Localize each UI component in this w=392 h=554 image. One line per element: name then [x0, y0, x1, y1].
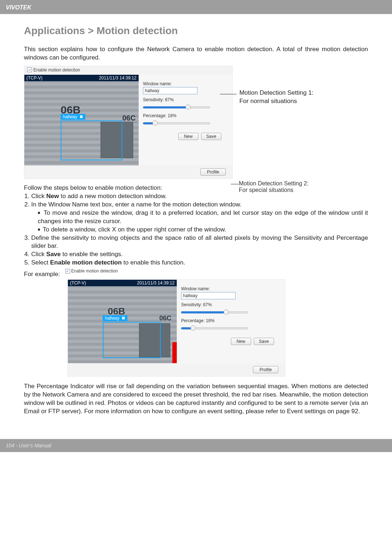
page-title: Applications > Motion detection [24, 25, 368, 37]
slider-thumb[interactable] [224, 309, 229, 315]
slider-thumb[interactable] [152, 120, 158, 126]
page-footer: 104 - User's Manual [0, 439, 392, 452]
video-timestamp: 2011/11/3 14:39:12 [137, 280, 175, 286]
motion-window-label-bar[interactable]: hallway ✖ [61, 114, 85, 120]
step-text: to enable the settings. [61, 251, 123, 258]
follow-steps-intro: Follow the steps below to enable motion … [24, 184, 368, 192]
callout-leader-line [220, 94, 237, 94]
profile-row: Profile [24, 165, 232, 178]
enable-motion-label: Enable motion detection [33, 67, 80, 73]
slider-fill [143, 106, 188, 108]
callout-setting-1: Motion Detection Setting 1: For normal s… [239, 89, 313, 106]
motion-controls-panel: Window name: Sensitivity: 67% Percentage… [139, 75, 232, 165]
screenshot-row-1: ✓ Enable motion detection (TCP-V) 2011/1… [24, 66, 368, 181]
window-name-label: Window name: [181, 286, 281, 291]
profile-button[interactable]: Profile [200, 168, 226, 176]
screenshot-body: (TCP-V) 2011/11/3 14:39:12 06B 06C hallw… [24, 75, 232, 165]
percentage-label: Percentage: 18% [143, 113, 228, 118]
video-preview: (TCP-V) 2011/11/3 14:39:12 06B 06C hallw… [68, 280, 177, 363]
video-timestamp: 2011/11/3 14:39:12 [99, 75, 136, 81]
percentage-slider[interactable] [143, 120, 210, 126]
intro-paragraph: This section explains how to configure t… [24, 45, 368, 62]
steps-list: Click New to add a new motion detection … [24, 192, 368, 267]
motion-detection-screenshot-1: ✓ Enable motion detection (TCP-V) 2011/1… [24, 66, 233, 179]
callout-2-line2: For special situations [239, 187, 293, 193]
motion-window-name: hallway [105, 316, 119, 321]
profile-button[interactable]: Profile [253, 366, 278, 373]
enable-motion-row: ✓ Enable motion detection [24, 66, 232, 75]
footer-text: 104 - User's Manual [6, 443, 51, 448]
close-icon[interactable]: ✖ [122, 316, 125, 321]
motion-detection-screenshot-2: (TCP-V) 2011/11/3 14:39:12 06B 06C hallw… [68, 279, 285, 377]
slider-thumb[interactable] [191, 325, 196, 331]
sensitivity-slider[interactable] [143, 104, 210, 110]
new-button[interactable]: New [231, 338, 251, 345]
step-text: to add a new motion detection window. [59, 193, 167, 200]
slider-fill [181, 311, 226, 313]
step-text: Select [31, 259, 50, 266]
bottom-paragraph: The Percentage Indicator will rise or fa… [24, 382, 368, 416]
video-stream-label: (TCP-V) [26, 75, 42, 81]
sensitivity-slider[interactable] [181, 309, 248, 315]
brand-label: VIVOTEK [6, 4, 31, 11]
example-row: For example: ✓ Enable motion detection [24, 268, 368, 278]
callout-2-line1: Motion Detection Setting 2: [239, 180, 309, 186]
page-body: Applications > Motion detection This sec… [0, 14, 392, 430]
step-2-sublist: To move and resize the window, drag it t… [31, 209, 368, 234]
video-stream-label: (TCP-V) [70, 280, 86, 286]
sensitivity-label: Sensitivity: 67% [181, 302, 281, 307]
percentage-label: Percentage: 18% [181, 318, 281, 323]
for-example-label: For example: [24, 271, 60, 278]
step-1: Click New to add a new motion detection … [31, 192, 368, 201]
callout-leader-line [231, 184, 239, 184]
slider-thumb[interactable] [185, 104, 191, 110]
screenshot-body: (TCP-V) 2011/11/3 14:39:12 06B 06C hallw… [68, 280, 285, 363]
enable-motion-row-2: ✓ Enable motion detection [65, 268, 118, 274]
percentage-indicator-bar [172, 342, 177, 363]
step-text: to enable this function. [122, 259, 185, 266]
step-2-sub1: To move and resize the window, drag it t… [38, 209, 368, 226]
motion-detection-window[interactable]: hallway ✖ [103, 322, 161, 358]
step-3: Define the sensitivity to moving objects… [31, 234, 368, 251]
close-icon[interactable]: ✖ [79, 114, 83, 119]
building-sign-b: 06C [159, 315, 171, 322]
motion-window-name: hallway [63, 114, 77, 119]
page-header: VIVOTEK [0, 0, 392, 14]
percentage-slider[interactable] [181, 325, 248, 331]
video-preview: (TCP-V) 2011/11/3 14:39:12 06B 06C hallw… [24, 75, 139, 165]
step-2-sub2: To delete a window, click X on the upper… [38, 226, 368, 234]
motion-detection-window[interactable]: hallway ✖ [61, 120, 122, 160]
profile-row: Profile [68, 363, 285, 376]
sensitivity-label: Sensitivity: 67% [143, 97, 228, 102]
enable-motion-label: Enable motion detection [71, 268, 118, 274]
button-row: New Save [181, 338, 281, 345]
step-4: Click Save to enable the settings. [31, 250, 368, 259]
new-button[interactable]: New [178, 133, 199, 140]
button-row: New Save [143, 133, 228, 140]
enable-motion-checkbox[interactable]: ✓ [65, 269, 70, 274]
step-text: Click [31, 193, 46, 200]
save-button[interactable]: Save [254, 338, 274, 345]
video-title-bar: (TCP-V) 2011/11/3 14:39:12 [68, 280, 177, 286]
window-name-label: Window name: [143, 81, 228, 86]
building-sign-b: 06C [122, 114, 136, 122]
callout-1-line1: Motion Detection Setting 1: [239, 89, 313, 96]
video-title-bar: (TCP-V) 2011/11/3 14:39:12 [24, 75, 139, 81]
step-bold: Save [46, 251, 61, 258]
save-button[interactable]: Save [201, 133, 221, 140]
callout-setting-2: Motion Detection Setting 2: For special … [239, 180, 309, 193]
motion-controls-panel: Window name: Sensitivity: 67% Percentage… [177, 280, 285, 363]
window-name-input[interactable] [181, 292, 236, 299]
step-text: In the Window Name text box, enter a nam… [31, 201, 241, 208]
callout-1-line2: For normal situations [239, 98, 297, 104]
step-2: In the Window Name text box, enter a nam… [31, 201, 368, 234]
enable-motion-checkbox[interactable]: ✓ [27, 67, 32, 72]
motion-window-label-bar[interactable]: hallway ✖ [103, 315, 127, 321]
step-5: Select Enable motion detection to enable… [31, 259, 368, 267]
step-bold: Enable motion detection [50, 259, 122, 266]
step-text: Click [31, 251, 46, 258]
step-bold: New [46, 193, 59, 200]
window-name-input[interactable] [143, 87, 197, 94]
